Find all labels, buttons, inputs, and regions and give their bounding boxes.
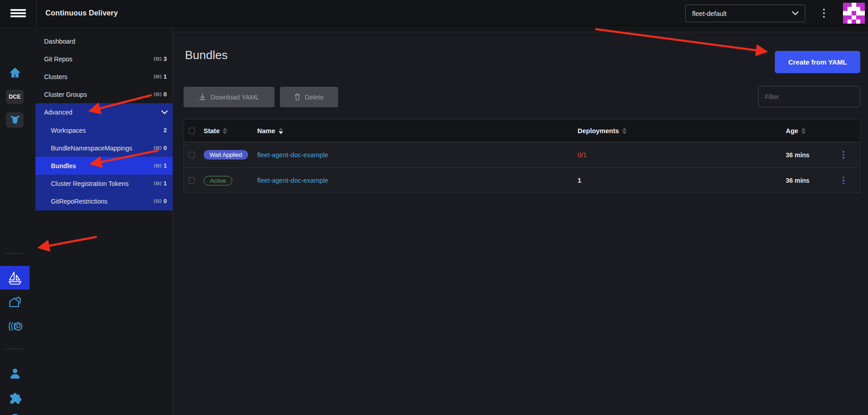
- shed-icon[interactable]: [0, 295, 30, 309]
- sort-icon: [279, 128, 283, 134]
- cluster-badge-dce[interactable]: DCE: [6, 90, 24, 104]
- age-value: 36 mins: [786, 177, 809, 184]
- sidebar-item-workspaces[interactable]: Workspaces 2: [35, 121, 173, 139]
- sidebar-item-cluster-registration-tokens[interactable]: Cluster Registration Tokens (⊟)1: [35, 175, 173, 192]
- rail-divider: [6, 349, 24, 349]
- sort-icon: [622, 128, 627, 134]
- filter-input[interactable]: [758, 86, 860, 107]
- hamburger-menu-button[interactable]: [0, 0, 36, 26]
- sidebar-item-gitreporestrictions[interactable]: GitRepoRestrictions (⊟)0: [35, 192, 173, 210]
- namespace-icon: (⊟): [154, 145, 162, 151]
- swirl-icon[interactable]: [0, 320, 30, 333]
- download-icon: [199, 94, 206, 100]
- main-content: Bundles Create from YAML Download YAML D…: [173, 26, 868, 415]
- bundle-link[interactable]: fleet-agent-doc-example: [257, 151, 328, 159]
- sidebar-item-bundles[interactable]: Bundles (⊟)1: [35, 157, 173, 175]
- status-badge: Active: [204, 176, 232, 185]
- sidebar-item-git-repos[interactable]: Git Repos (⊟)3: [35, 50, 173, 68]
- sailboat-icon: [7, 270, 23, 285]
- sidebar-item-dashboard[interactable]: Dashboard: [35, 32, 173, 50]
- globe-icon[interactable]: [0, 412, 30, 415]
- sort-icon: [801, 128, 806, 134]
- chevron-down-icon: [792, 11, 798, 15]
- puzzle-icon[interactable]: [0, 390, 30, 404]
- namespace-icon: (⊟): [154, 198, 162, 204]
- table-header: State Name Deployments Age: [184, 120, 860, 142]
- namespace-icon: (⊟): [154, 74, 162, 80]
- home-icon[interactable]: [0, 66, 30, 80]
- column-header-deployments[interactable]: Deployments: [578, 120, 627, 142]
- table-row: Wait Applied fleet-agent-doc-example 0/1…: [184, 142, 860, 168]
- bundles-table: State Name Deployments Age: [184, 119, 860, 193]
- bundles-panel: Bundles Create from YAML Download YAML D…: [173, 32, 868, 415]
- namespace-icon: (⊟): [154, 180, 162, 186]
- sidebar-item-cluster-groups[interactable]: Cluster Groups (⊟)0: [35, 85, 173, 103]
- namespace-icon: (⊟): [154, 163, 162, 169]
- create-from-yaml-button[interactable]: Create from YAML: [775, 51, 860, 73]
- user-icon[interactable]: [0, 367, 30, 380]
- row-kebab-menu-button[interactable]: [841, 149, 846, 160]
- select-all-checkbox[interactable]: [189, 128, 195, 134]
- bundle-link[interactable]: fleet-agent-doc-example: [257, 177, 328, 184]
- namespace-icon: (⊟): [154, 91, 162, 97]
- page-title: Continuous Delivery: [45, 0, 118, 26]
- section-title: Bundles: [185, 48, 228, 62]
- sidebar-item-bundlenamespacemappings[interactable]: BundleNamespaceMappings (⊟)0: [35, 139, 173, 157]
- trash-icon: [294, 94, 300, 100]
- deployments-value: 0/1: [578, 151, 587, 159]
- row-checkbox[interactable]: [189, 152, 195, 158]
- rail-divider: [6, 253, 24, 254]
- left-icon-rail: DCE: [0, 26, 30, 415]
- sidebar-item-clusters[interactable]: Clusters (⊟)1: [35, 68, 173, 85]
- column-header-state[interactable]: State: [204, 120, 227, 142]
- hamburger-icon: [10, 8, 26, 19]
- column-header-age[interactable]: Age: [786, 120, 806, 142]
- header-kebab-menu-button[interactable]: [818, 5, 830, 21]
- row-checkbox[interactable]: [189, 177, 195, 184]
- workspace-selector-value: fleet-default: [692, 10, 792, 17]
- age-value: 36 mins: [786, 151, 809, 159]
- column-header-name[interactable]: Name: [257, 120, 283, 142]
- chevron-down-icon: [161, 108, 168, 114]
- top-bar: Continuous Delivery fleet-default: [0, 0, 868, 26]
- delete-button[interactable]: Delete: [280, 87, 338, 107]
- cow-head-icon[interactable]: [6, 112, 24, 128]
- app-window: Continuous Delivery fleet-default DCE: [0, 0, 868, 415]
- sidebar-item-advanced[interactable]: Advanced: [35, 103, 173, 121]
- workspace-selector[interactable]: fleet-default: [685, 5, 805, 22]
- user-avatar[interactable]: [843, 3, 865, 24]
- table-row: Active fleet-agent-doc-example 1 36 mins: [184, 168, 860, 193]
- sidebar-item-continuous-delivery[interactable]: [0, 266, 30, 290]
- row-kebab-menu-button[interactable]: [841, 175, 846, 186]
- namespace-icon: (⊟): [154, 56, 162, 62]
- status-badge: Wait Applied: [204, 150, 248, 160]
- sidebar-nav: Dashboard Git Repos (⊟)3 Clusters (⊟)1 C…: [30, 26, 173, 415]
- deployments-value: 1: [578, 177, 581, 184]
- sort-icon: [223, 128, 227, 134]
- download-yaml-button[interactable]: Download YAML: [184, 87, 274, 107]
